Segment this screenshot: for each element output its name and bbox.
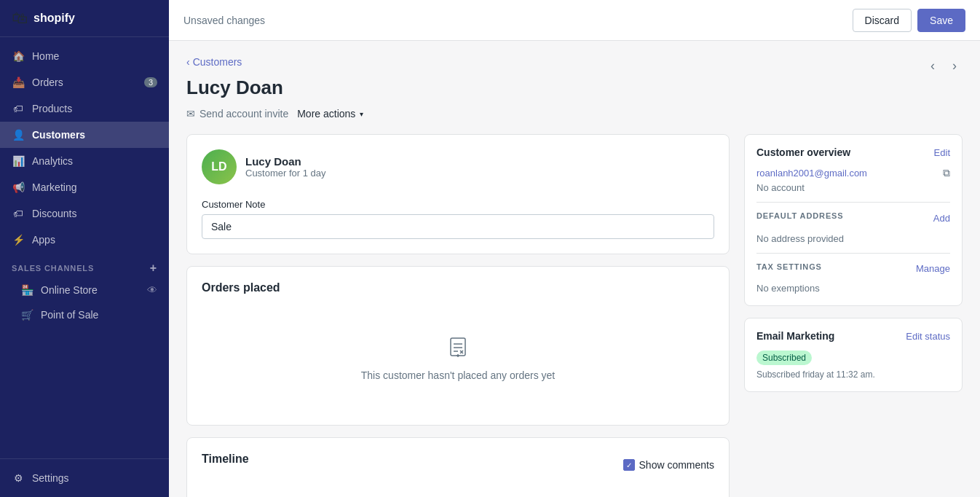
add-address-button[interactable]: Add xyxy=(933,213,950,224)
eye-icon[interactable]: 👁 xyxy=(147,284,157,296)
subscribed-badge: Subscribed xyxy=(756,351,812,365)
breadcrumb[interactable]: ‹ Customers xyxy=(186,56,242,68)
orders-empty-state: This customer hasn't placed any orders y… xyxy=(202,306,714,410)
sidebar-logo-text: shopify xyxy=(33,12,75,25)
tax-settings-title: TAX SETTINGS xyxy=(756,262,822,271)
empty-orders-icon xyxy=(446,335,470,364)
sidebar-item-home-label: Home xyxy=(32,50,59,62)
avatar: LD xyxy=(202,149,237,184)
timeline-card: Timeline ✓ Show comments LD xyxy=(186,437,730,497)
timeline-header: Timeline ✓ Show comments xyxy=(202,453,714,477)
note-label: Customer Note xyxy=(202,199,714,210)
customer-email[interactable]: roanlanh2001@gmail.com xyxy=(756,168,867,179)
send-account-invite-button[interactable]: ✉ Send account invite xyxy=(186,108,288,120)
sidebar-item-marketing-label: Marketing xyxy=(32,181,76,193)
sidebar-item-analytics-label: Analytics xyxy=(32,155,73,167)
timeline-card-body: Timeline ✓ Show comments xyxy=(187,438,729,497)
prev-customer-button[interactable]: ‹ xyxy=(925,55,941,77)
top-bar-actions: Discard Save xyxy=(853,9,965,32)
sales-channels-label: SALES CHANNELS xyxy=(12,264,94,273)
breadcrumb-label: Customers xyxy=(193,56,242,68)
add-sales-channel-button[interactable]: + xyxy=(150,262,157,275)
sidebar-item-discounts-label: Discounts xyxy=(32,208,76,219)
action-bar: ✉ Send account invite More actions ▾ xyxy=(186,108,963,120)
page-nav: ‹ › xyxy=(925,55,963,77)
customer-card: LD Lucy Doan Customer for 1 day Customer… xyxy=(186,134,730,254)
orders-icon: 📥 xyxy=(12,76,25,89)
marketing-icon: 📢 xyxy=(12,181,25,194)
breadcrumb-arrow: ‹ xyxy=(186,56,190,68)
customer-details: Lucy Doan Customer for 1 day xyxy=(245,155,326,179)
discard-button[interactable]: Discard xyxy=(853,9,912,32)
tax-settings-header: TAX SETTINGS Manage xyxy=(756,262,950,274)
customer-note-input[interactable] xyxy=(202,214,714,239)
show-comments-checkbox[interactable]: ✓ xyxy=(623,459,635,471)
page-title: Lucy Doan xyxy=(186,77,283,99)
sidebar-item-analytics[interactable]: 📊 Analytics xyxy=(0,148,169,174)
sidebar-footer: ⚙ Settings xyxy=(0,458,169,497)
sidebar-item-online-store-label: Online Store xyxy=(41,284,98,296)
more-actions-label: More actions xyxy=(297,108,355,120)
email-marketing-header: Email Marketing Edit status xyxy=(756,330,950,342)
customers-icon: 👤 xyxy=(12,128,25,141)
tax-settings-value: No exemptions xyxy=(756,283,950,294)
online-store-icon: 🏪 xyxy=(20,283,33,297)
page-header: Lucy Doan xyxy=(186,77,963,99)
sidebar-item-apps[interactable]: ⚡ Apps xyxy=(0,227,169,253)
sidebar-item-pos-label: Point of Sale xyxy=(41,309,98,321)
email-marketing-title: Email Marketing xyxy=(756,330,834,342)
main-area: Unsaved changes Discard Save ‹ Customers… xyxy=(169,0,980,497)
default-address-value: No address provided xyxy=(756,233,950,244)
sidebar-item-orders-label: Orders xyxy=(32,77,63,88)
sidebar-item-orders[interactable]: 📥 Orders 3 xyxy=(0,69,169,95)
top-bar: Unsaved changes Discard Save xyxy=(169,0,980,41)
unsaved-changes-label: Unsaved changes xyxy=(183,15,265,26)
edit-email-marketing-button[interactable]: Edit status xyxy=(906,331,950,342)
sidebar-item-online-store[interactable]: 🏪 Online Store 👁 xyxy=(0,278,169,302)
more-actions-button[interactable]: More actions ▾ xyxy=(297,108,363,120)
apps-icon: ⚡ xyxy=(12,233,25,246)
sidebar-item-home[interactable]: 🏠 Home xyxy=(0,43,169,69)
content-area: ‹ Customers ‹ › Lucy Doan ✉ Send account… xyxy=(169,41,980,497)
sidebar-item-apps-label: Apps xyxy=(32,234,55,246)
sidebar-nav: 🏠 Home 📥 Orders 3 🏷 Products 👤 Customers… xyxy=(0,37,169,458)
point-of-sale-icon: 🛒 xyxy=(20,308,33,321)
right-column: Customer overview Edit roanlanh2001@gmai… xyxy=(744,134,963,404)
discounts-icon: 🏷 xyxy=(12,207,25,220)
orders-title: Orders placed xyxy=(202,281,714,294)
show-comments-label: Show comments xyxy=(639,459,714,471)
orders-empty-text: This customer hasn't placed any orders y… xyxy=(361,369,555,381)
customer-note-section: Customer Note xyxy=(202,199,714,239)
sales-channels-section: SALES CHANNELS + xyxy=(0,253,169,278)
orders-card-body: Orders placed xyxy=(187,267,729,425)
analytics-icon: 📊 xyxy=(12,154,25,168)
sidebar-item-products[interactable]: 🏷 Products xyxy=(0,95,169,122)
avatar-initials: LD xyxy=(211,160,226,173)
customer-overview-edit-button[interactable]: Edit xyxy=(934,147,950,158)
sidebar-item-point-of-sale[interactable]: 🛒 Point of Sale xyxy=(0,302,169,327)
save-button[interactable]: Save xyxy=(917,9,965,32)
show-comments-toggle[interactable]: ✓ Show comments xyxy=(623,459,714,471)
shopify-logo-icon: 🛍 xyxy=(12,9,28,28)
customer-info: LD Lucy Doan Customer for 1 day xyxy=(202,149,714,184)
sidebar-item-settings[interactable]: ⚙ Settings xyxy=(0,465,169,491)
sidebar-item-marketing[interactable]: 📢 Marketing xyxy=(0,174,169,200)
customer-overview-card: Customer overview Edit roanlanh2001@gmai… xyxy=(744,134,963,306)
sidebar-item-discounts[interactable]: 🏷 Discounts xyxy=(0,200,169,227)
timeline-title: Timeline xyxy=(202,453,249,466)
sidebar-item-customers[interactable]: 👤 Customers xyxy=(0,122,169,148)
no-account-label: No account xyxy=(756,182,950,193)
customer-name: Lucy Doan xyxy=(245,155,326,168)
sidebar-item-products-label: Products xyxy=(32,103,72,114)
manage-tax-button[interactable]: Manage xyxy=(916,263,950,274)
subscribed-label: Subscribed xyxy=(762,353,806,363)
send-invite-label: Send account invite xyxy=(199,108,288,120)
customer-overview-header: Customer overview Edit xyxy=(756,146,950,158)
default-address-title: DEFAULT ADDRESS xyxy=(756,211,844,220)
orders-badge: 3 xyxy=(144,77,157,87)
customer-since: Customer for 1 day xyxy=(245,168,326,179)
copy-email-icon[interactable]: ⧉ xyxy=(943,167,950,179)
next-customer-button[interactable]: › xyxy=(947,55,963,77)
sidebar-logo: 🛍 shopify xyxy=(0,0,169,37)
customer-overview-title: Customer overview xyxy=(756,146,850,158)
